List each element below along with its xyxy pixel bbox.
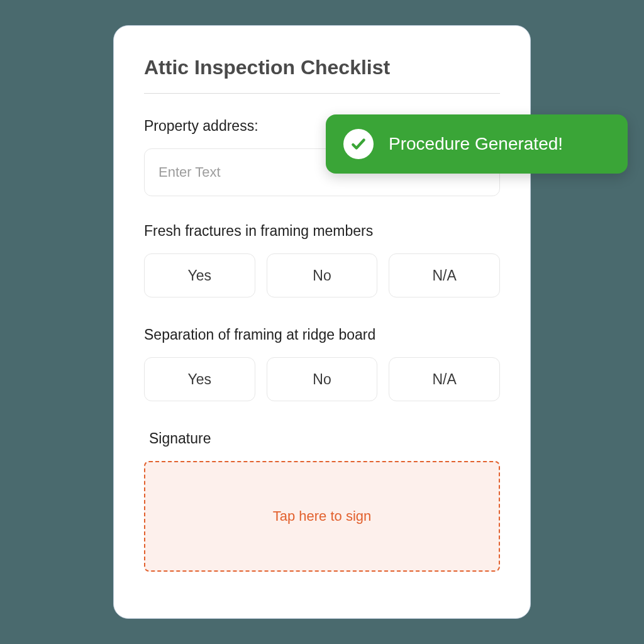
success-toast: Procedure Generated! [326, 114, 628, 174]
separation-framing-no-button[interactable]: No [267, 357, 378, 401]
separation-framing-choices: Yes No N/A [144, 357, 500, 401]
separation-framing-yes-button[interactable]: Yes [144, 357, 255, 401]
fresh-fractures-choices: Yes No N/A [144, 253, 500, 297]
page-title: Attic Inspection Checklist [144, 56, 500, 79]
signature-placeholder: Tap here to sign [273, 508, 372, 525]
fresh-fractures-yes-button[interactable]: Yes [144, 253, 255, 297]
signature-box[interactable]: Tap here to sign [144, 461, 500, 572]
signature-label: Signature [149, 430, 500, 447]
checkmark-icon [343, 129, 374, 159]
fresh-fractures-na-button[interactable]: N/A [389, 253, 500, 297]
toast-message: Procedure Generated! [389, 134, 563, 154]
separation-framing-label: Separation of framing at ridge board [144, 326, 500, 343]
divider [144, 93, 500, 94]
separation-framing-na-button[interactable]: N/A [389, 357, 500, 401]
fresh-fractures-label: Fresh fractures in framing members [144, 223, 500, 240]
fresh-fractures-no-button[interactable]: No [267, 253, 378, 297]
